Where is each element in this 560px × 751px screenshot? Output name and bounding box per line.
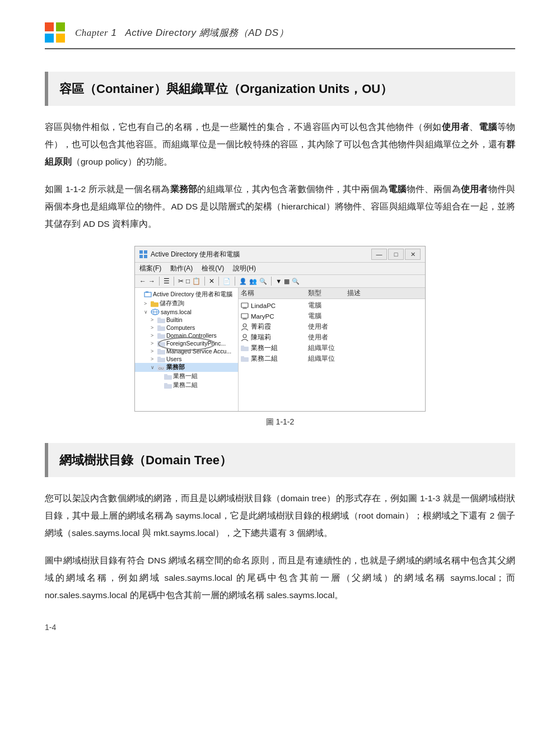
svg-rect-17 (157, 326, 165, 331)
tree-label-domain: sayms.local (161, 309, 192, 315)
ad-window: Active Directory 使用者和電腦 — □ ✕ 檔案(F) 動作(A… (134, 246, 426, 412)
cell-type-lindapc: 電腦 (308, 301, 347, 310)
svg-rect-19 (157, 334, 165, 339)
tree-icon-folder-dc (157, 333, 165, 339)
page-wrapper: Chapter 1 Active Directory 網域服務（AD DS） 容… (0, 0, 560, 647)
list-item[interactable]: 業務二組 組織單位 (239, 353, 425, 364)
window-toolbar: ← → ☰ ✂ □ 📋 ✕ 📄 👤 👥 🔍 (135, 275, 425, 288)
close-button[interactable]: ✕ (405, 249, 421, 260)
toolbar-sep-1 (159, 277, 160, 286)
toolbar-search-icon[interactable]: 🔍 (259, 278, 267, 285)
tree-arrow-fsp: > (151, 340, 156, 346)
toolbar-paste-icon[interactable]: 📋 (192, 277, 200, 285)
svg-rect-6 (139, 255, 143, 258)
cell-name-user1: 菁莉霞 (241, 323, 308, 331)
section2-paragraph2: 圖中網域樹狀目錄有符合 DNS 網域名稱空間的命名原則，而且是有連續性的，也就是… (45, 552, 515, 604)
tree-item-computers[interactable]: > Computers (135, 324, 238, 332)
svg-rect-11 (151, 301, 154, 303)
svg-rect-32 (164, 384, 172, 389)
tree-icon-ou-yewubu: OU (157, 365, 165, 371)
section1-heading-text: 容區（Container）與組織單位（Organization Units，OU… (59, 82, 393, 96)
col-name: 名稱 (241, 289, 308, 297)
page-number-text: 1-4 (45, 623, 56, 632)
col-type: 類型 (308, 289, 347, 297)
svg-rect-23 (157, 350, 165, 354)
minimize-button[interactable]: — (371, 249, 387, 260)
tree-item-msa[interactable]: > Managed Service Accu... (135, 347, 238, 355)
toolbar-sep-5 (235, 277, 235, 286)
svg-rect-26 (157, 357, 161, 358)
window-title-text: Active Directory 使用者和電腦 (151, 250, 240, 259)
section2-heading: 網域樹狀目錄（Domain Tree） (45, 443, 515, 477)
toolbar-grid-icon[interactable]: ▦ (284, 278, 290, 285)
tree-arrow-yewubu: ∨ (151, 365, 156, 370)
list-item[interactable]: 陳瑞莉 使用者 (239, 332, 425, 343)
toolbar-find-icon[interactable]: 🔍 (292, 278, 300, 285)
svg-rect-2 (45, 34, 54, 43)
menu-file[interactable]: 檔案(F) (139, 264, 161, 273)
cell-type-user2: 使用者 (308, 333, 347, 342)
svg-rect-5 (144, 250, 147, 254)
menu-help[interactable]: 說明(H) (233, 264, 256, 273)
svg-rect-0 (45, 22, 54, 31)
toolbar-scissors-icon[interactable]: ✂ (178, 277, 184, 285)
list-item[interactable]: 菁莉霞 使用者 (239, 321, 425, 332)
toolbar-properties-icon[interactable]: 📄 (223, 278, 231, 285)
toolbar-copy-icon[interactable]: □ (186, 277, 190, 285)
tree-item-savedqueries[interactable]: > 儲存查詢 (135, 299, 238, 308)
name-ou2: 業務二組 (251, 354, 278, 363)
menu-action[interactable]: 動作(A) (170, 264, 193, 273)
tree-item-dc[interactable]: > Domain Controllers (135, 332, 238, 339)
tree-item-yw2[interactable]: 業務二組 (135, 381, 238, 390)
tree-label-sq: 儲存查詢 (160, 300, 184, 307)
tree-item-users[interactable]: > Users (135, 355, 238, 363)
toolbar-group-icon[interactable]: 👥 (249, 278, 257, 285)
page-header: Chapter 1 Active Directory 網域服務（AD DS） (45, 22, 515, 49)
maximize-button[interactable]: □ (388, 249, 404, 260)
window-controls[interactable]: — □ ✕ (371, 249, 421, 260)
toolbar-up-icon[interactable]: ☰ (164, 277, 170, 285)
tree-item-yw1[interactable]: 業務一組 (135, 372, 238, 381)
tree-label-builtin: Builtin (166, 316, 183, 323)
tree-item-root[interactable]: Active Directory 使用者和電腦 (135, 290, 238, 299)
toolbar-user-icon[interactable]: 👤 (239, 278, 247, 285)
tree-item-yewubu[interactable]: ∨ OU 業務部 (135, 363, 238, 372)
tree-arrow-dc: > (151, 333, 156, 338)
name-user2: 陳瑞莉 (251, 333, 271, 342)
tree-item-builtin[interactable]: > Builtin (135, 316, 238, 324)
name-marypc: MaryPC (251, 313, 274, 320)
svg-rect-16 (157, 318, 161, 319)
cell-name-lindapc: LindaPC (241, 302, 308, 309)
tree-arrow-computers: > (151, 325, 156, 330)
toolbar-delete-icon[interactable]: ✕ (209, 277, 214, 285)
toolbar-forward-icon[interactable]: → (148, 277, 155, 285)
svg-rect-43 (241, 346, 244, 347)
svg-rect-7 (144, 255, 147, 258)
svg-text:OU: OU (158, 367, 164, 370)
section2-paragraph1: 您可以架設內含數個網域的網路，而且是以網域樹狀目錄（domain tree）的形… (45, 489, 515, 542)
tree-label-dc: Domain Controllers (166, 332, 217, 339)
tree-label-fsp: ForeignSecurityPrinc... (166, 340, 226, 347)
tree-item-domain[interactable]: ∨ sayms.local (135, 308, 238, 316)
listview-rows: LindaPC 電腦 (239, 299, 425, 365)
name-lindapc: LindaPC (251, 302, 276, 309)
list-item[interactable]: MaryPC 電腦 (239, 311, 425, 321)
chapter-number: 1 (111, 27, 116, 38)
svg-rect-18 (157, 325, 161, 327)
list-item[interactable]: LindaPC 電腦 (239, 300, 425, 311)
tree-icon-folder-sq (151, 301, 158, 307)
tree-label-root: Active Directory 使用者和電腦 (153, 291, 232, 298)
tree-label-users: Users (166, 356, 181, 362)
svg-rect-34 (241, 303, 248, 307)
tree-arrow-users: > (151, 356, 156, 362)
window-titlebar: Active Directory 使用者和電腦 — □ ✕ (135, 246, 425, 263)
toolbar-filter-icon[interactable]: ▼ (276, 278, 282, 284)
svg-rect-33 (164, 383, 167, 385)
tree-icon-ou-yw1 (164, 374, 172, 380)
menu-view[interactable]: 檢視(V) (202, 264, 224, 273)
toolbar-back-icon[interactable]: ← (139, 277, 146, 285)
svg-rect-21 (157, 342, 165, 347)
tree-icon-folder-computers (157, 325, 165, 331)
list-item[interactable]: 業務一組 組織單位 (239, 343, 425, 353)
tree-item-fsp[interactable]: > ForeignSecurityPrinc... (135, 339, 238, 347)
